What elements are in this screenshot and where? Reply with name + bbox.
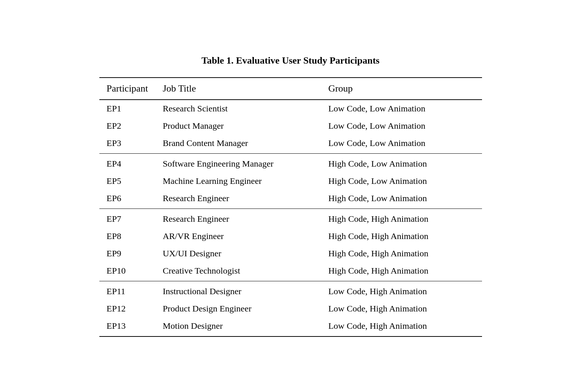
header-group: Group bbox=[321, 78, 482, 100]
table-row: EP10Creative TechnologistHigh Code, High… bbox=[99, 262, 482, 281]
cell-group: Low Code, High Animation bbox=[321, 281, 482, 300]
cell-group: Low Code, Low Animation bbox=[321, 135, 482, 154]
cell-group: High Code, Low Animation bbox=[321, 190, 482, 209]
table-row: EP6Research EngineerHigh Code, Low Anima… bbox=[99, 190, 482, 209]
cell-group: Low Code, Low Animation bbox=[321, 117, 482, 135]
cell-job-title: Product Manager bbox=[155, 117, 321, 135]
table-row: EP9UX/UI DesignerHigh Code, High Animati… bbox=[99, 245, 482, 262]
cell-job-title: Instructional Designer bbox=[155, 281, 321, 300]
cell-participant: EP12 bbox=[99, 300, 156, 317]
cell-job-title: UX/UI Designer bbox=[155, 245, 321, 262]
cell-job-title: Motion Designer bbox=[155, 317, 321, 336]
cell-job-title: Machine Learning Engineer bbox=[155, 172, 321, 190]
cell-job-title: Creative Technologist bbox=[155, 262, 321, 281]
cell-participant: EP6 bbox=[99, 190, 156, 209]
cell-job-title: Research Scientist bbox=[155, 100, 321, 117]
page-container: Table 1. Evaluative User Study Participa… bbox=[70, 33, 511, 359]
cell-group: High Code, High Animation bbox=[321, 228, 482, 245]
table-row: EP11Instructional DesignerLow Code, High… bbox=[99, 281, 482, 300]
cell-group: Low Code, High Animation bbox=[321, 300, 482, 317]
table-row: EP12Product Design EngineerLow Code, Hig… bbox=[99, 300, 482, 317]
cell-job-title: Brand Content Manager bbox=[155, 135, 321, 154]
cell-participant: EP2 bbox=[99, 117, 156, 135]
cell-job-title: Research Engineer bbox=[155, 190, 321, 209]
cell-job-title: Software Engineering Manager bbox=[155, 154, 321, 173]
table-row: EP7Research EngineerHigh Code, High Anim… bbox=[99, 209, 482, 228]
cell-participant: EP9 bbox=[99, 245, 156, 262]
header-job-title: Job Title bbox=[155, 78, 321, 100]
cell-job-title: Product Design Engineer bbox=[155, 300, 321, 317]
table-row: EP13Motion DesignerLow Code, High Animat… bbox=[99, 317, 482, 336]
cell-participant: EP10 bbox=[99, 262, 156, 281]
table-row: EP1Research ScientistLow Code, Low Anima… bbox=[99, 100, 482, 117]
cell-group: High Code, High Animation bbox=[321, 209, 482, 228]
table-row: EP2Product ManagerLow Code, Low Animatio… bbox=[99, 117, 482, 135]
table-row: EP3Brand Content ManagerLow Code, Low An… bbox=[99, 135, 482, 154]
cell-participant: EP7 bbox=[99, 209, 156, 228]
cell-group: High Code, High Animation bbox=[321, 262, 482, 281]
cell-job-title: Research Engineer bbox=[155, 209, 321, 228]
header-participant: Participant bbox=[99, 78, 156, 100]
table-row: EP4Software Engineering ManagerHigh Code… bbox=[99, 154, 482, 173]
cell-participant: EP13 bbox=[99, 317, 156, 336]
cell-group: High Code, Low Animation bbox=[321, 154, 482, 173]
cell-group: Low Code, High Animation bbox=[321, 317, 482, 336]
cell-group: High Code, High Animation bbox=[321, 245, 482, 262]
cell-group: High Code, Low Animation bbox=[321, 172, 482, 190]
cell-job-title: AR/VR Engineer bbox=[155, 228, 321, 245]
cell-participant: EP4 bbox=[99, 154, 156, 173]
cell-participant: EP3 bbox=[99, 135, 156, 154]
table-header-row: Participant Job Title Group bbox=[99, 78, 482, 100]
cell-participant: EP11 bbox=[99, 281, 156, 300]
table-row: EP8AR/VR EngineerHigh Code, High Animati… bbox=[99, 228, 482, 245]
participants-table: Participant Job Title Group EP1Research … bbox=[99, 77, 482, 337]
cell-participant: EP8 bbox=[99, 228, 156, 245]
cell-participant: EP1 bbox=[99, 100, 156, 117]
table-caption: Table 1. Evaluative User Study Participa… bbox=[99, 55, 482, 66]
cell-group: Low Code, Low Animation bbox=[321, 100, 482, 117]
cell-participant: EP5 bbox=[99, 172, 156, 190]
table-row: EP5Machine Learning EngineerHigh Code, L… bbox=[99, 172, 482, 190]
